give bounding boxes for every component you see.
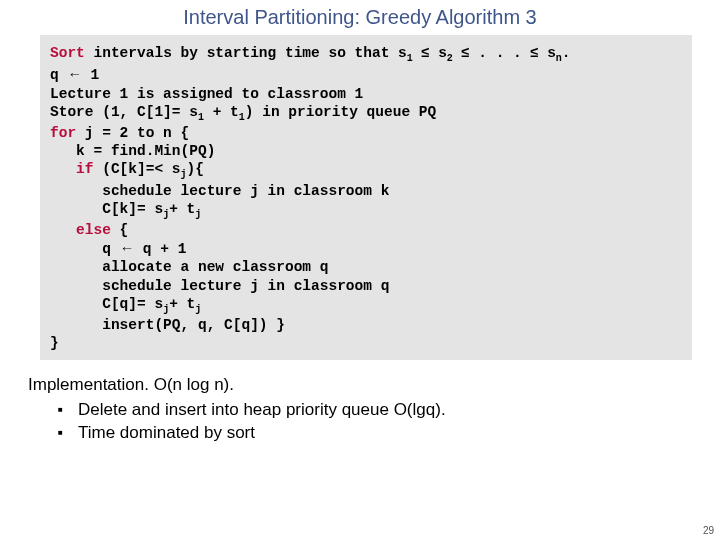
code-text: + t (169, 201, 195, 217)
code-text: (C[k]=< s (94, 161, 181, 177)
code-text: intervals by starting time so that s (85, 45, 407, 61)
bullet-item: Time dominated by sort (58, 422, 692, 445)
code-text: ){ (187, 161, 204, 177)
code-text: allocate a new classroom q (50, 259, 328, 275)
keyword-for: for (50, 125, 76, 141)
subscript: j (195, 209, 201, 220)
bullet-text: Time dominated by sort (78, 423, 255, 442)
code-text: q (50, 241, 120, 257)
keyword-if: if (76, 161, 93, 177)
code-text (50, 161, 76, 177)
le-symbol: ≤ (462, 44, 470, 60)
implementation-notes: Implementation. O(n log n). Delete and i… (28, 374, 692, 445)
implementation-header: Implementation. O(n log n). (28, 375, 234, 394)
code-text: Lecture 1 is assigned to classroom 1 (50, 86, 363, 102)
code-text: schedule lecture j in classroom k (50, 183, 389, 199)
code-text: insert(PQ, q, C[q]) } (50, 317, 285, 333)
code-text: } (50, 335, 59, 351)
code-text: + t (204, 104, 239, 120)
page-number: 29 (703, 525, 714, 536)
code-text: 1 (82, 67, 99, 83)
code-text (50, 222, 76, 238)
code-text: . . . (470, 45, 531, 61)
code-text (453, 45, 462, 61)
subscript: j (195, 304, 201, 315)
code-text: { (111, 222, 128, 238)
keyword-sort: Sort (50, 45, 85, 61)
bullet-item: Delete and insert into heap priority que… (58, 399, 692, 422)
bullet-text: Delete and insert into heap priority que… (78, 400, 446, 419)
code-text: + t (169, 296, 195, 312)
code-text: s (429, 45, 446, 61)
arrow-left-icon: ← (67, 66, 82, 82)
code-text: j = 2 to n { (76, 125, 189, 141)
code-text: s (538, 45, 555, 61)
algorithm-code: Sort intervals by starting time so that … (40, 35, 692, 360)
code-text: schedule lecture j in classroom q (50, 278, 389, 294)
code-text: Store (1, C[1]= s (50, 104, 198, 120)
slide-title: Interval Partitioning: Greedy Algorithm … (0, 0, 720, 35)
code-text: C[q]= s (50, 296, 163, 312)
code-text: ) in priority queue PQ (245, 104, 436, 120)
code-text: q + 1 (134, 241, 186, 257)
arrow-left-icon: ← (120, 240, 135, 256)
slide: Interval Partitioning: Greedy Algorithm … (0, 0, 720, 540)
code-text: k = find.Min(PQ) (50, 143, 215, 159)
code-text: q (50, 67, 67, 83)
code-text: . (562, 45, 571, 61)
code-text: C[k]= s (50, 201, 163, 217)
keyword-else: else (76, 222, 111, 238)
